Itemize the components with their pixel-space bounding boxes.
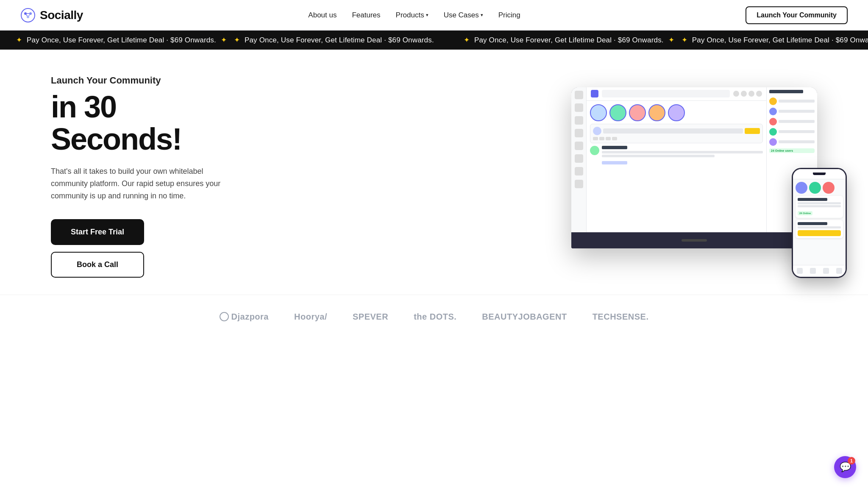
logo-diazpora: Djazpora <box>220 312 269 322</box>
phone-avatar-2 <box>809 182 821 194</box>
logo-icon <box>20 8 36 23</box>
post-avatar <box>593 127 601 135</box>
sidebar-icon-3 <box>575 116 583 125</box>
phone-card-title-2 <box>798 222 827 225</box>
sidebar-icon-7 <box>575 167 583 175</box>
members-title <box>769 90 803 93</box>
hero-subtitle: Launch Your Community <box>51 75 254 86</box>
screen-logo <box>591 90 598 97</box>
laptop-mockup: 24 Online users <box>571 87 817 248</box>
phone-nav-2 <box>810 268 816 274</box>
feed-name-1 <box>602 146 627 149</box>
member-avatar-4 <box>769 128 777 136</box>
story-5 <box>668 104 685 121</box>
phone-mockup: 24 Online <box>792 168 847 278</box>
story-2 <box>609 104 626 121</box>
screen-icon-4 <box>756 91 762 97</box>
hero-section: Launch Your Community in 30 Seconds! Tha… <box>0 50 868 295</box>
logo-spever: SPEVER <box>353 312 388 322</box>
sidebar-icon-2 <box>575 103 583 112</box>
phone-topbar <box>793 169 846 179</box>
feed-item-1 <box>590 146 763 166</box>
promo-banner: ✦ Pay Once, Use Forever, Get Lifetime De… <box>0 31 868 50</box>
start-free-trial-button[interactable]: Start Free Trial <box>51 219 144 245</box>
logo-text: Socially <box>40 8 83 22</box>
star-icon-4: ✦ <box>464 36 470 44</box>
post-tool-1 <box>593 137 598 140</box>
phone-online-badge: 24 Online <box>798 211 812 215</box>
screen-main <box>587 87 766 232</box>
member-avatar-5 <box>769 138 777 146</box>
member-name-2 <box>779 110 815 113</box>
mockup-container: 24 Online users <box>571 87 834 265</box>
post-input <box>603 128 743 134</box>
logo-link[interactable]: Socially <box>20 8 83 23</box>
feed-avatar-1 <box>590 146 599 155</box>
phone-content: 24 Online <box>793 179 846 265</box>
screen-topbar <box>587 87 766 101</box>
nav-links: About us Features Products ▾ Use Cases ▾… <box>308 11 520 19</box>
svg-line-5 <box>26 14 28 16</box>
screen-post-area <box>590 124 763 143</box>
navigation: Socially About us Features Products ▾ Us… <box>0 0 868 31</box>
products-chevron-icon: ▾ <box>426 12 428 18</box>
hero-mockup: 24 Online users <box>254 87 834 265</box>
member-row-3 <box>769 118 815 125</box>
svg-point-0 <box>21 8 35 22</box>
screen-body <box>587 101 766 232</box>
member-name-1 <box>779 100 815 103</box>
screen-post-row <box>593 127 760 135</box>
banner-text-2: ✦ Pay Once, Use Forever, Get Lifetime De… <box>448 36 868 45</box>
laptop-notch <box>682 239 707 242</box>
screen-content: 24 Online users <box>571 87 817 232</box>
story-3 <box>629 104 646 121</box>
book-a-call-button[interactable]: Book a Call <box>51 252 144 278</box>
post-tool-4 <box>612 137 617 140</box>
screen-post-tools <box>593 137 760 140</box>
member-name-5 <box>779 140 815 143</box>
screen-stories <box>590 104 763 121</box>
phone-nav-3 <box>823 268 829 274</box>
phone-card-text-3 <box>798 226 841 228</box>
nav-link-about-us[interactable]: About us <box>308 11 337 19</box>
story-1 <box>590 104 607 121</box>
member-row-4 <box>769 128 815 136</box>
star-icon-1: ✦ <box>16 36 22 44</box>
banner-track: ✦ Pay Once, Use Forever, Get Lifetime De… <box>0 36 868 45</box>
logo-hoorya: Hoorya/ <box>294 312 327 322</box>
star-icon-5: ✦ <box>668 36 674 44</box>
logo-dots: the DOTS. <box>414 312 456 322</box>
logo-techsense: TECHSENSE. <box>593 312 649 322</box>
phone-card-1: 24 Online <box>796 196 843 218</box>
screen-search-bar <box>602 90 730 97</box>
screen-sidebar <box>571 87 587 232</box>
sidebar-icon-5 <box>575 142 583 150</box>
feed-content-1 <box>602 146 763 166</box>
phone-card-2 <box>796 220 843 238</box>
member-avatar-1 <box>769 97 777 105</box>
nav-link-use-cases[interactable]: Use Cases ▾ <box>444 11 483 19</box>
phone-screen: 24 Online <box>793 169 846 277</box>
nav-link-features[interactable]: Features <box>352 11 380 19</box>
phone-nav-1 <box>797 268 803 274</box>
member-row-5 <box>769 138 815 146</box>
hero-title: in 30 Seconds! <box>51 91 254 155</box>
post-tool-2 <box>599 137 604 140</box>
phone-avatar-1 <box>796 182 807 194</box>
nav-link-pricing[interactable]: Pricing <box>498 11 520 19</box>
story-4 <box>648 104 665 121</box>
star-icon-2: ✦ <box>221 36 227 44</box>
member-row-1 <box>769 97 815 105</box>
use-cases-chevron-icon: ▾ <box>481 12 483 18</box>
member-avatar-3 <box>769 118 777 125</box>
screen-icon-1 <box>733 91 739 97</box>
phone-card-text-2 <box>798 205 841 207</box>
nav-link-products[interactable]: Products ▾ <box>396 11 428 19</box>
post-tool-3 <box>606 137 611 140</box>
feed-text-1a <box>602 151 763 153</box>
trusted-logos: Djazpora Hoorya/ SPEVER the DOTS. BEAUTY… <box>0 295 868 339</box>
screen-action-icons <box>733 91 762 97</box>
hero-description: That's all it takes to build your own wh… <box>51 165 229 202</box>
post-button <box>745 128 760 134</box>
launch-community-button[interactable]: Launch Your Community <box>746 6 848 24</box>
